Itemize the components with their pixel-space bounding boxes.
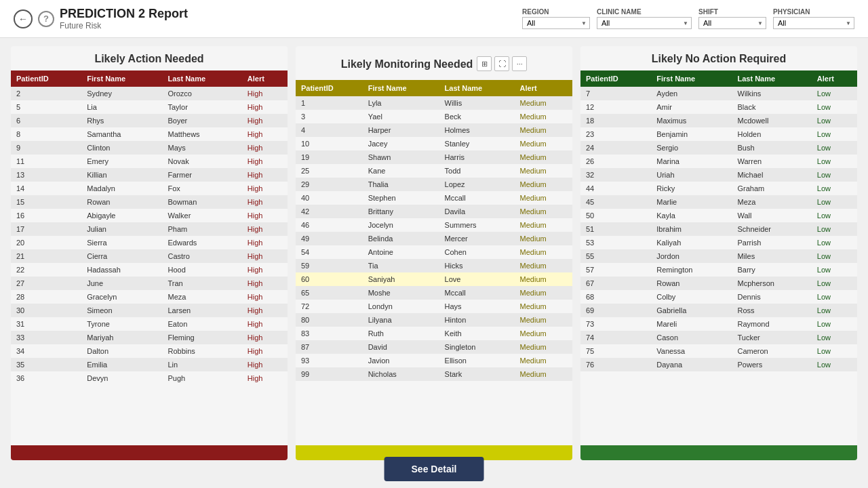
table-row[interactable]: 54AntoineCohenMedium — [296, 245, 572, 259]
table-row[interactable]: 76DayanaPowersLow — [580, 358, 857, 371]
monitoring-needed-header: Likely Monitoring Needed ⊞ ⛶ ··· — [296, 46, 572, 80]
col-patientid: PatientID — [580, 70, 651, 87]
panel-monitoring-needed-title: Likely Monitoring Needed — [341, 52, 473, 76]
table-row[interactable]: 20SierraEdwardsHigh — [11, 236, 288, 249]
table-row[interactable]: 6RhysBoyerHigh — [11, 114, 288, 127]
table-row[interactable]: 69GabriellaRossLow — [580, 304, 857, 317]
table-row[interactable]: 30SimeonLarsenHigh — [11, 304, 288, 317]
panel-action-needed: Likely Action Needed PatientID First Nam… — [11, 46, 288, 460]
table-row[interactable]: 8SamanthaMatthewsHigh — [11, 127, 288, 141]
table-row[interactable]: 45MarlieMezaLow — [580, 195, 857, 209]
table-row[interactable]: 51IbrahimSchneiderLow — [580, 222, 857, 236]
table-row[interactable]: 53KaliyahParrishLow — [580, 236, 857, 249]
table-row[interactable]: 13KillianFarmerHigh — [11, 168, 288, 182]
table-row[interactable]: 11EmeryNovakHigh — [11, 155, 288, 168]
table-row[interactable]: 93JavionEllisonMedium — [296, 354, 572, 367]
table-row[interactable]: 28GracelynMezaHigh — [11, 290, 288, 304]
col-lastname: Last Name — [439, 80, 515, 96]
table-row[interactable]: 74CasonTuckerLow — [580, 331, 857, 344]
table-row[interactable]: 36DevynPughHigh — [11, 371, 288, 385]
table-row[interactable]: 65MosheMccallMedium — [296, 286, 572, 300]
table-row[interactable]: 14MadalynFoxHigh — [11, 182, 288, 195]
table-row[interactable]: 72LondynHaysMedium — [296, 300, 572, 313]
table-row[interactable]: 35EmiliaLinHigh — [11, 358, 288, 371]
physician-select[interactable]: All — [773, 17, 854, 29]
panel-action-needed-title: Likely Action Needed — [11, 46, 288, 70]
table-row[interactable]: 7AydenWilkinsLow — [580, 87, 857, 100]
table-row[interactable]: 57RemingtonBarryLow — [580, 263, 857, 277]
table-row[interactable]: 18MaximusMcdowellLow — [580, 114, 857, 127]
shift-select[interactable]: All — [698, 17, 766, 29]
page-subtitle: Future Risk — [60, 21, 188, 30]
table-row[interactable]: 2SydneyOrozcoHigh — [11, 87, 288, 100]
col-alert: Alert — [242, 70, 288, 87]
region-label: REGION — [522, 8, 590, 16]
region-select[interactable]: All — [522, 17, 590, 29]
table-row[interactable]: 80LilyanaHintonMedium — [296, 313, 572, 327]
table-row[interactable]: 15RowanBowmanHigh — [11, 195, 288, 209]
back-button[interactable]: ← — [14, 9, 33, 28]
expand-icon-btn[interactable]: ⛶ — [494, 56, 509, 71]
col-alert: Alert — [812, 70, 857, 87]
table-row[interactable]: 29ThaliaLopezMedium — [296, 178, 572, 191]
more-icon-btn[interactable]: ··· — [512, 56, 527, 71]
table-row[interactable]: 44RickyGrahamLow — [580, 182, 857, 195]
table-row[interactable]: 33MariyahFlemingHigh — [11, 331, 288, 344]
table-row[interactable]: 73MareliRaymondLow — [580, 317, 857, 331]
table-row[interactable]: 31TyroneEatonHigh — [11, 317, 288, 331]
table-row[interactable]: 42BrittanyDavilaMedium — [296, 205, 572, 218]
table-row[interactable]: 67RowanMcphersonLow — [580, 277, 857, 290]
table-row[interactable]: 4HarperHolmesMedium — [296, 123, 572, 137]
table-row[interactable]: 1LylaWillisMedium — [296, 96, 572, 110]
see-detail-button[interactable]: See Detail — [384, 457, 484, 481]
table-row[interactable]: 9ClintonMaysHigh — [11, 141, 288, 155]
table-row[interactable]: 59TiaHicksMedium — [296, 259, 572, 272]
clinic-name-label: CLINIC NAME — [597, 8, 692, 16]
table-row[interactable]: 26MarinaWarrenLow — [580, 155, 857, 168]
table-row[interactable]: 23BenjaminHoldenLow — [580, 127, 857, 141]
panel-icons: ⊞ ⛶ ··· — [477, 56, 527, 71]
table-row[interactable]: 68ColbyDennisLow — [580, 290, 857, 304]
table-row[interactable]: 5LiaTaylorHigh — [11, 100, 288, 114]
col-lastname: Last Name — [732, 70, 812, 87]
col-patientid: PatientID — [11, 70, 81, 87]
main-content: Likely Action Needed PatientID First Nam… — [0, 38, 868, 468]
table-row[interactable]: 40StephenMccallMedium — [296, 191, 572, 205]
monitoring-needed-table-wrapper[interactable]: PatientID First Name Last Name Alert 1Ly… — [296, 80, 572, 445]
table-row[interactable]: 24SergioBushLow — [580, 141, 857, 155]
table-row[interactable]: 99NicholasStarkMedium — [296, 367, 572, 381]
col-firstname: First Name — [651, 70, 732, 87]
action-needed-table: PatientID First Name Last Name Alert 2Sy… — [11, 70, 288, 385]
clinic-name-select[interactable]: All — [597, 17, 692, 29]
header: ← ? PREDICTION 2 Report Future Risk REGI… — [0, 0, 868, 38]
table-row[interactable]: 10JaceyStanleyMedium — [296, 137, 572, 150]
table-row[interactable]: 55JordonMilesLow — [580, 249, 857, 263]
table-row[interactable]: 22HadassahHoodHigh — [11, 263, 288, 277]
col-patientid: PatientID — [296, 80, 363, 96]
table-row[interactable]: 21CierraCastroHigh — [11, 249, 288, 263]
table-row[interactable]: 46JocelynSummersMedium — [296, 218, 572, 232]
page-title: PREDICTION 2 Report — [60, 7, 188, 21]
table-row[interactable]: 19ShawnHarrisMedium — [296, 150, 572, 164]
panel-action-needed-footer — [11, 445, 288, 460]
panel-no-action: Likely No Action Required PatientID Firs… — [580, 46, 857, 460]
table-row[interactable]: 87DavidSingletonMedium — [296, 340, 572, 354]
table-row[interactable]: 83RuthKeithMedium — [296, 327, 572, 340]
table-row[interactable]: 32UriahMichaelLow — [580, 168, 857, 182]
table-row[interactable]: 49BelindaMercerMedium — [296, 232, 572, 245]
help-icon[interactable]: ? — [38, 11, 54, 27]
table-row[interactable]: 50KaylaWallLow — [580, 209, 857, 222]
see-detail-bar: See Detail — [384, 457, 484, 481]
table-row[interactable]: 60SaniyahLoveMedium — [296, 272, 572, 286]
table-row[interactable]: 12AmirBlackLow — [580, 100, 857, 114]
table-row[interactable]: 34DaltonRobbinsHigh — [11, 344, 288, 358]
table-row[interactable]: 75VanessaCameronLow — [580, 344, 857, 358]
no-action-table-wrapper[interactable]: PatientID First Name Last Name Alert 7Ay… — [580, 70, 857, 445]
filter-icon-btn[interactable]: ⊞ — [477, 56, 492, 71]
action-needed-table-wrapper[interactable]: PatientID First Name Last Name Alert 2Sy… — [11, 70, 288, 445]
table-row[interactable]: 17JulianPhamHigh — [11, 222, 288, 236]
table-row[interactable]: 25KaneToddMedium — [296, 164, 572, 178]
table-row[interactable]: 16AbigayleWalkerHigh — [11, 209, 288, 222]
table-row[interactable]: 27JuneTranHigh — [11, 277, 288, 290]
table-row[interactable]: 3YaelBeckMedium — [296, 110, 572, 123]
